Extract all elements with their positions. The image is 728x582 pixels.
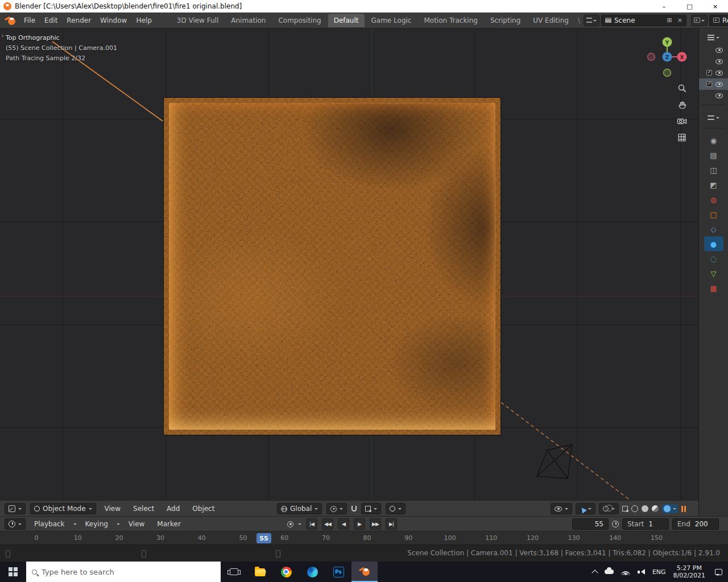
- visibility-eye-icon[interactable]: [715, 93, 723, 98]
- area-corner-widget[interactable]: [6, 550, 10, 558]
- render-layer-selector[interactable]: RenderLayer ⊞ ×: [709, 15, 728, 26]
- rendered-fire-plane[interactable]: [164, 98, 500, 435]
- properties-tab-object-data[interactable]: ▽: [704, 266, 723, 281]
- close-button[interactable]: ×: [702, 0, 728, 13]
- workspace-tab-motion-tracking[interactable]: Motion Tracking: [418, 14, 483, 27]
- properties-tab-particles[interactable]: ◌: [704, 251, 723, 266]
- workspace-tab-uv-editing[interactable]: UV Editing: [527, 14, 574, 27]
- camera-wireframe[interactable]: [537, 444, 572, 479]
- workspace-tab-compositing[interactable]: Compositing: [272, 14, 326, 27]
- timeline-ruler[interactable]: 0 10 20 30 40 50 60 70 80 90 100 110 120…: [0, 531, 728, 544]
- viewport-menu-view[interactable]: View: [101, 503, 125, 514]
- timeline-menu-marker[interactable]: Marker: [153, 518, 184, 530]
- auto-keyframe-icon[interactable]: [287, 521, 293, 527]
- blender-taskbar-button[interactable]: [351, 562, 378, 582]
- workspace-tab-game-logic[interactable]: Game Logic: [366, 14, 417, 27]
- shading-material-icon[interactable]: [652, 505, 659, 512]
- browse-scene-button[interactable]: [584, 15, 599, 26]
- visibility-dropdown[interactable]: [551, 503, 572, 514]
- workspace-tab-scripting[interactable]: Scripting: [485, 14, 526, 27]
- timeline-menu-keying[interactable]: Keying: [81, 518, 112, 530]
- timeline-menu-playback[interactable]: Playback: [30, 518, 69, 530]
- camera-view-icon[interactable]: [676, 115, 688, 127]
- xray-toggle-icon[interactable]: [622, 506, 628, 512]
- pivot-point-dropdown[interactable]: [326, 503, 347, 514]
- outliner-row-selected[interactable]: [699, 78, 728, 90]
- properties-tab-texture[interactable]: ▦: [704, 281, 723, 296]
- properties-tab-scene[interactable]: ◩: [704, 177, 723, 192]
- chrome-button[interactable]: [273, 562, 299, 582]
- visibility-eye-icon[interactable]: [715, 82, 723, 87]
- properties-tab-physics[interactable]: ●: [704, 236, 723, 251]
- toggle-ortho-grid-icon[interactable]: [676, 131, 688, 144]
- pan-hand-icon[interactable]: [676, 98, 688, 111]
- pause-render-icon[interactable]: [681, 506, 686, 512]
- gizmo-minus-x-ball[interactable]: [648, 53, 655, 61]
- toolbar-expand-arrow[interactable]: ›: [1, 32, 4, 40]
- menu-help[interactable]: Help: [131, 14, 156, 27]
- jump-to-end-button[interactable]: ▶|: [386, 518, 397, 530]
- viewport-menu-object[interactable]: Object: [188, 503, 218, 514]
- task-view-button[interactable]: [221, 562, 247, 582]
- snap-toggle-icon[interactable]: [351, 506, 357, 512]
- visibility-eye-icon[interactable]: [715, 48, 723, 53]
- photoshop-button[interactable]: Ps: [325, 562, 351, 582]
- gizmos-dropdown[interactable]: [576, 503, 595, 514]
- play-button[interactable]: ▶: [354, 518, 365, 530]
- shading-rendered-active[interactable]: [662, 504, 678, 513]
- snap-target-dropdown[interactable]: [361, 503, 381, 514]
- onedrive-cloud-icon[interactable]: [605, 569, 614, 574]
- properties-tab-view-layer[interactable]: ◫: [704, 163, 723, 177]
- start-button[interactable]: [0, 562, 26, 582]
- frame-end-field[interactable]: End 200: [672, 518, 719, 530]
- shading-solid-icon[interactable]: [642, 505, 648, 512]
- minimize-button[interactable]: –: [651, 0, 677, 13]
- navigation-gizmo[interactable]: Y X Z: [644, 33, 690, 81]
- wifi-icon[interactable]: [621, 568, 630, 575]
- properties-tab-render[interactable]: ◉: [704, 133, 723, 148]
- edge-button[interactable]: [299, 562, 325, 582]
- properties-tab-output[interactable]: ▤: [704, 148, 723, 163]
- new-scene-button[interactable]: ⊞: [665, 16, 673, 24]
- zoom-tool-icon[interactable]: [676, 82, 688, 94]
- taskbar-search[interactable]: [26, 562, 221, 582]
- use-preview-range-icon[interactable]: [612, 521, 619, 527]
- language-indicator[interactable]: ENG: [652, 568, 666, 576]
- menu-edit[interactable]: Edit: [40, 14, 62, 27]
- tray-expand-chevron-icon[interactable]: [592, 569, 598, 576]
- action-center-icon[interactable]: [715, 569, 722, 575]
- menu-file[interactable]: File: [19, 14, 40, 27]
- properties-tab-object[interactable]: □: [704, 207, 723, 222]
- outliner-editor-type-button[interactable]: [699, 31, 728, 44]
- shading-wireframe-icon[interactable]: [631, 505, 638, 512]
- properties-tab-modifiers[interactable]: ◇: [704, 222, 723, 236]
- volume-icon[interactable]: [638, 568, 645, 575]
- area-corner-widget[interactable]: [142, 550, 146, 558]
- area-corner-widget[interactable]: [276, 550, 280, 558]
- jump-to-start-button[interactable]: |◀: [306, 518, 317, 530]
- viewport-menu-add[interactable]: Add: [163, 503, 184, 514]
- scene-selector[interactable]: Scene ⊞ ×: [601, 15, 686, 26]
- timeline-menu-view[interactable]: View: [125, 518, 148, 530]
- file-explorer-button[interactable]: [247, 562, 273, 582]
- workspace-tab-animation[interactable]: Animation: [225, 14, 271, 27]
- timeline-editor-type-button[interactable]: [5, 518, 26, 530]
- workspace-tab-default[interactable]: Default: [328, 14, 365, 27]
- taskbar-clock[interactable]: 5:27 PM 8/02/2021: [673, 564, 705, 579]
- properties-tab-world[interactable]: ◍: [704, 192, 723, 207]
- 3d-viewport[interactable]: › Top Orthographic (55) Scene Collection…: [0, 28, 698, 500]
- mode-dropdown[interactable]: Object Mode: [30, 503, 96, 514]
- selectability-checkbox[interactable]: [706, 70, 712, 76]
- browse-render-layer-button[interactable]: [691, 15, 708, 26]
- gizmo-minus-y-ball[interactable]: [664, 69, 671, 77]
- play-reverse-button[interactable]: ◀: [338, 518, 349, 530]
- unlink-scene-button[interactable]: ×: [676, 16, 684, 24]
- frame-start-field[interactable]: Start 1: [622, 518, 669, 530]
- blender-logo-icon[interactable]: [5, 15, 16, 26]
- proportional-edit-dropdown[interactable]: [386, 503, 406, 514]
- search-input[interactable]: [42, 568, 215, 576]
- menu-render[interactable]: Render: [62, 14, 96, 27]
- playhead[interactable]: 55: [257, 533, 271, 543]
- visibility-eye-icon[interactable]: [715, 59, 723, 64]
- overlays-dropdown[interactable]: [599, 503, 619, 514]
